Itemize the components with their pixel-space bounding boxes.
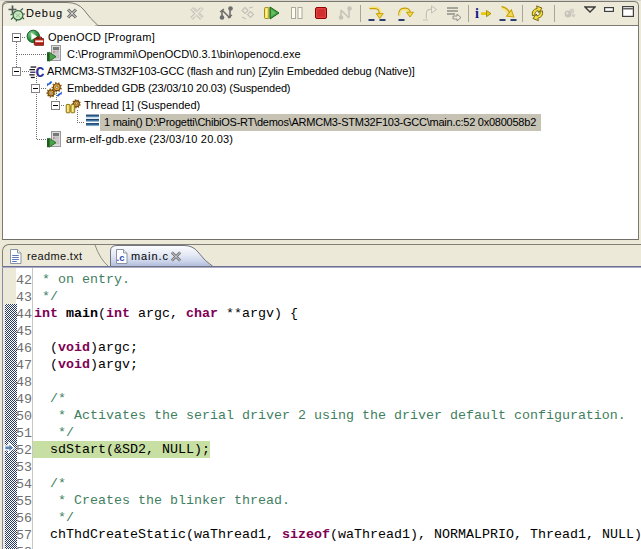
svg-text:C: C (35, 65, 44, 80)
svg-text:.c: .c (117, 252, 125, 263)
svg-text:i: i (475, 6, 479, 21)
